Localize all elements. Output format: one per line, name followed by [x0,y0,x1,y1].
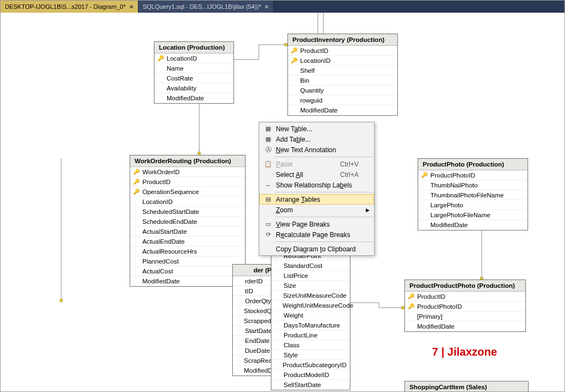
menu-label: New Table... [276,125,312,133]
table-column[interactable]: 🔑ThumbnailPhotoFileName [418,190,527,200]
table-column[interactable]: 🔑rderID [233,276,276,286]
page-breaks-icon: ▭ [263,221,274,228]
table-column[interactable]: 🔑ThumbNailPhoto [418,180,527,190]
primary-key-icon: 🔑 [274,292,281,298]
menu-item-new-table[interactable]: ▦New Table... [259,123,374,134]
table-column[interactable]: 🔑ScrappedQty [233,316,276,326]
close-icon[interactable]: ✕ [264,4,269,10]
table-column[interactable]: 🔑ProductPhotoID [405,302,525,312]
table-column[interactable]: 🔑ScheduledEndDate [130,217,245,227]
table-column[interactable]: 🔑DueDate [233,346,276,356]
menu-item-arrange-tables[interactable]: ▤Arrange Tables [259,194,374,205]
table-column[interactable]: 🔑ModifiedDate [288,105,397,115]
table-column[interactable]: 🔑ProductID [288,46,397,56]
table-column[interactable]: 🔑ScrapReasonID [233,356,276,366]
table-column[interactable]: 🔑ModifiedDate [233,366,276,375]
table-column[interactable]: 🔑[Primary] [405,312,525,321]
table-column[interactable]: 🔑SizeUnitMeasureCode [271,291,350,300]
menu-item-zoom[interactable]: Zoom▶ [259,205,374,215]
table-column[interactable]: 🔑StockedQty [233,306,276,316]
table-column[interactable]: 🔑ActualStartDate [130,227,245,237]
arrange-icon: ▤ [263,196,274,203]
column-name: LocationID [300,57,331,64]
table-work-order-partial[interactable]: der (P 🔑rderID🔑tID🔑OrderQty🔑StockedQty🔑S… [232,264,276,376]
table-column[interactable]: 🔑OrderQty [233,296,276,306]
table-location[interactable]: Location (Production) 🔑LocationID🔑Name🔑C… [154,41,234,104]
primary-key-icon: 🔑 [132,278,140,284]
table-column[interactable]: 🔑Size [271,281,350,291]
table-product-partial[interactable]: 🔑SafetyStockLevel🔑ReorderPoint🔑StandardC… [271,241,350,390]
column-name: rderID [245,278,263,284]
primary-key-icon: 🔑 [274,362,280,368]
relationship-icon: ↔ [263,182,274,189]
table-column[interactable]: 🔑tID [233,286,276,296]
table-column[interactable]: 🔑ProductModelID [271,370,350,380]
table-column[interactable]: 🔑Bin [288,76,397,85]
diagram-canvas[interactable]: Location (Production) 🔑LocationID🔑Name🔑C… [1,13,564,391]
table-column[interactable]: 🔑StartDate [233,326,276,336]
table-column[interactable]: 🔑LocationID [130,197,245,207]
context-menu: ▦New Table...▦Add Table...ⒶNew Text Anno… [259,122,375,256]
table-column[interactable]: 🔑LocationID [288,56,397,66]
table-column[interactable]: 🔑LargePhoto [418,200,527,210]
watermark-text: 7 | Jilaxzone [432,346,497,358]
table-work-order-routing[interactable]: WorkOrderRouting (Production) 🔑WorkOrder… [130,155,246,287]
table-column[interactable]: 🔑SellStartDate [271,380,350,390]
table-product-photo[interactable]: ProductPhoto (Production) 🔑ProductPhotoI… [418,158,528,230]
table-column[interactable]: 🔑ProductID [405,292,525,302]
table-product-product-photo[interactable]: ProductProductPhoto (Production) 🔑Produc… [404,280,526,332]
table-column[interactable]: 🔑OperationSequence [130,187,245,197]
table-column[interactable]: 🔑Availability [154,83,233,93]
table-column[interactable]: 🔑CostRate [154,73,233,83]
menu-item-new-text-annotation[interactable]: ⒶNew Text Annotation [259,144,374,155]
table-column[interactable]: 🔑ListPrice [271,271,350,281]
table-column[interactable]: 🔑ProductID [130,177,245,187]
table-shopping-cart-item[interactable]: ShoppingCartItem (Sales) [404,381,529,392]
table-column[interactable]: 🔑ScheduledStartDate [130,207,245,217]
column-name: ScheduledEndDate [142,218,197,225]
primary-key-icon: 🔑 [290,47,298,53]
menu-item-view-page-breaks[interactable]: ▭View Page Breaks [259,219,374,229]
table-column[interactable]: 🔑LocationID [154,53,233,63]
table-column[interactable]: 🔑StandardCost [271,261,350,271]
table-column[interactable]: 🔑Class [271,340,350,350]
primary-key-icon: 🔑 [420,172,428,178]
table-column[interactable]: 🔑ModifiedDate [418,220,527,230]
table-column[interactable]: 🔑ProductLine [271,330,350,340]
menu-separator [275,241,373,242]
menu-item-recalculate-page-breaks[interactable]: ⟳Recalculate Page Breaks [259,229,374,240]
table-column[interactable]: 🔑PlannedCost [130,256,245,266]
table-column[interactable]: 🔑ModifiedDate [405,321,525,331]
table-column[interactable]: 🔑ProductSubcategoryID [271,360,350,370]
table-product-inventory[interactable]: ProductInventory (Production) 🔑ProductID… [287,34,398,116]
menu-item-select-all[interactable]: Select AllCtrl+A [259,169,374,180]
column-name: LargePhoto [430,202,463,208]
menu-item-copy-diagram-to-clipboard[interactable]: Copy Diagram to Clipboard [259,244,374,254]
menu-item-show-relationship-labels[interactable]: ↔Show Relationship Labels [259,180,374,190]
table-column[interactable]: 🔑Style [271,350,350,360]
table-column[interactable]: 🔑ActualCost [130,266,245,276]
table-column[interactable]: 🔑ProductPhotoID [418,170,527,180]
menu-separator [275,157,373,157]
table-column[interactable]: 🔑ActualEndDate [130,237,245,246]
table-column[interactable]: 🔑ModifiedDate [130,276,245,286]
column-name: ActualEndDate [142,238,185,245]
table-column[interactable]: 🔑ActualResourceHrs [130,246,245,256]
table-column[interactable]: 🔑EndDate [233,336,276,346]
table-column[interactable]: 🔑WorkOrderID [130,167,245,177]
table-column[interactable]: 🔑WeightUnitMeasureCode [271,300,350,310]
menu-item-add-table[interactable]: ▦Add Table... [259,134,374,144]
table-column[interactable]: 🔑Shelf [288,66,397,76]
table-column[interactable]: 🔑LargePhotoFileName [418,210,527,220]
primary-key-icon: 🔑 [132,248,140,254]
close-icon[interactable]: ✕ [129,4,134,10]
table-column[interactable]: 🔑Quantity [288,85,397,95]
table-column[interactable]: 🔑rowguid [288,95,397,105]
table-header: Location (Production) [154,42,233,53]
tab-sqlquery[interactable]: SQLQuery1.sql - DES...IJOGL1B\jilax (54)… [138,1,274,13]
table-column[interactable]: 🔑Name [154,63,233,73]
table-column[interactable]: 🔑ModifiedDate [154,93,233,103]
tab-diagram[interactable]: DESKTOP-IJOGL1B\S...s2017 - Diagram_0* ✕ [1,1,138,13]
table-column[interactable]: 🔑DaysToManufacture [271,320,350,330]
table-column[interactable]: 🔑Weight [271,310,350,320]
